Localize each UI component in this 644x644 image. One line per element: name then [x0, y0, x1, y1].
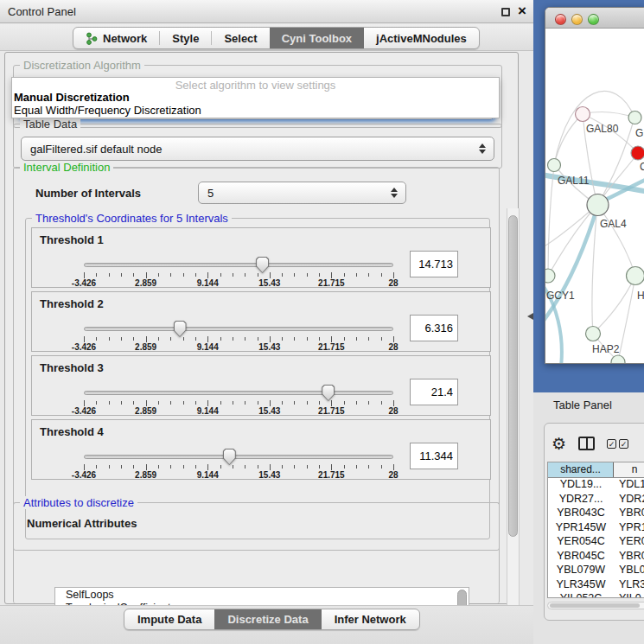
- slider-thumb[interactable]: [322, 385, 335, 401]
- mac-minimize-button[interactable]: [571, 14, 583, 25]
- cell-name: YBR0: [614, 550, 644, 564]
- tab-label: Discretize Data: [227, 613, 308, 626]
- network-window-titlebar[interactable]: [545, 8, 644, 29]
- table-row[interactable]: YBR043CYBR0: [548, 507, 644, 521]
- scrollbar-thumb[interactable]: [508, 215, 518, 537]
- slider-track[interactable]: [84, 327, 393, 331]
- algorithm-dropdown-popup: Select algorithm to view settings Manual…: [11, 77, 500, 118]
- table-row[interactable]: YDR27...YDR2: [548, 493, 644, 507]
- panel-vertical-scrollbar[interactable]: [507, 208, 520, 630]
- network-node[interactable]: [627, 267, 644, 285]
- table-data-combobox[interactable]: galFiltered.sif default node: [21, 137, 494, 161]
- float-window-icon[interactable]: [501, 8, 510, 16]
- panel-title: Control Panel: [8, 5, 76, 18]
- tab-label: Impute Data: [137, 613, 201, 626]
- tab-select[interactable]: Select: [212, 28, 269, 48]
- checkbox-icon[interactable]: ✓: [619, 439, 628, 449]
- mac-close-button[interactable]: [555, 14, 566, 25]
- mac-zoom-button[interactable]: [588, 14, 599, 25]
- tick-mark: [207, 272, 208, 278]
- tick-mark: [344, 465, 345, 469]
- number-of-intervals-combobox[interactable]: 5: [198, 182, 406, 204]
- tab-style[interactable]: Style: [160, 28, 211, 48]
- network-node[interactable]: [586, 327, 601, 341]
- tick-mark: [319, 465, 320, 469]
- table-row[interactable]: YDL19...YDL1: [548, 478, 644, 493]
- tab-jactivemnodules[interactable]: jActiveMNodules: [364, 28, 479, 48]
- table-row[interactable]: YBL079WYBL0: [548, 564, 644, 578]
- tick-mark: [381, 465, 382, 469]
- tick-label: 15.43: [258, 278, 280, 288]
- network-node[interactable]: [628, 112, 641, 124]
- attribute-item[interactable]: SelfLoops: [55, 588, 469, 601]
- tick-mark: [258, 273, 258, 277]
- tick-label: 15.43: [258, 406, 280, 416]
- threshold-value-field[interactable]: [410, 315, 458, 341]
- popup-option[interactable]: Equal Width/Frequency Discretization: [12, 104, 499, 117]
- node-table[interactable]: shared...n YDL19...YDL1YDR27...YDR2YBR04…: [547, 462, 644, 598]
- interval-definition-title: Interval Definition: [20, 161, 113, 174]
- tick-mark: [170, 401, 171, 405]
- slider-track[interactable]: [84, 391, 393, 395]
- tab-discretize-data[interactable]: Discretize Data: [214, 609, 321, 629]
- tick-label: 28: [388, 406, 398, 416]
- tick-mark: [356, 465, 357, 469]
- tick-mark: [282, 465, 283, 469]
- table-row[interactable]: YIL052CYIL0: [548, 592, 644, 598]
- gear-icon[interactable]: ⚙: [552, 436, 566, 452]
- column-header[interactable]: shared...: [548, 462, 614, 477]
- tab-impute-data[interactable]: Impute Data: [124, 609, 214, 629]
- tick-mark: [307, 273, 308, 277]
- tick-mark: [307, 337, 308, 341]
- tick-label: 9.144: [197, 342, 219, 352]
- table-header-row: shared...n: [548, 462, 644, 478]
- close-icon[interactable]: ×: [518, 3, 526, 20]
- tick-mark: [344, 401, 345, 405]
- scrollbar-thumb[interactable]: [550, 603, 640, 608]
- tab-label: Select: [224, 32, 257, 45]
- tick-mark: [207, 400, 208, 406]
- slider-thumb[interactable]: [256, 257, 269, 273]
- network-view[interactable]: GAL80GCGAL11GAL4GCY1HHAP2: [545, 29, 644, 364]
- checkbox-icon[interactable]: ✓: [607, 439, 616, 449]
- slider-thumb[interactable]: [223, 449, 236, 465]
- table-row[interactable]: YER054CYER0: [548, 535, 644, 550]
- threshold-value-field[interactable]: [410, 443, 458, 469]
- table-row[interactable]: YLR345WYLR3: [548, 578, 644, 593]
- table-panel-title: Table Panel: [553, 399, 612, 411]
- slider-track[interactable]: [84, 263, 393, 267]
- table-data-title: Table Data: [20, 118, 80, 131]
- tick-label: 2.859: [135, 278, 156, 288]
- tab-cyni-toolbox[interactable]: Cyni Toolbox: [270, 28, 364, 48]
- network-edge: [548, 165, 554, 276]
- network-node[interactable]: [548, 159, 561, 172]
- column-header[interactable]: n: [614, 462, 644, 477]
- slider-track[interactable]: [84, 455, 393, 459]
- table-row[interactable]: YBR045CYBR0: [548, 550, 644, 564]
- popup-option[interactable]: Manual Discretization: [12, 91, 499, 104]
- network-node[interactable]: [611, 355, 625, 364]
- tab-network[interactable]: Network: [73, 28, 159, 48]
- threshold-value-field[interactable]: [410, 251, 458, 277]
- table-horizontal-scrollbar[interactable]: [547, 602, 644, 609]
- tick-mark: [368, 273, 369, 277]
- network-node[interactable]: [576, 107, 590, 122]
- network-node[interactable]: [631, 146, 644, 160]
- tick-label: 9.144: [197, 406, 219, 416]
- slider-thumb[interactable]: [174, 321, 187, 337]
- threshold-value-field[interactable]: [410, 379, 458, 405]
- tick-label: 2.859: [135, 470, 156, 480]
- tab-infer-network[interactable]: Infer Network: [322, 609, 419, 629]
- thresholds-group: Threshold's Coordinates for 5 Intervals …: [25, 218, 490, 539]
- attributes-title: Attributes to discretize: [20, 496, 137, 509]
- cell-name: YDR2: [614, 493, 644, 507]
- tick-mark: [368, 337, 369, 341]
- table-row[interactable]: YPR145WYPR1: [548, 521, 644, 536]
- tick-label: 9.144: [197, 470, 219, 480]
- network-node[interactable]: [587, 194, 609, 216]
- node-label: GAL11: [558, 175, 590, 187]
- columns-icon[interactable]: [578, 437, 595, 450]
- tick-label: 21.715: [318, 470, 345, 480]
- network-node[interactable]: [545, 269, 555, 283]
- tick-mark: [207, 336, 208, 342]
